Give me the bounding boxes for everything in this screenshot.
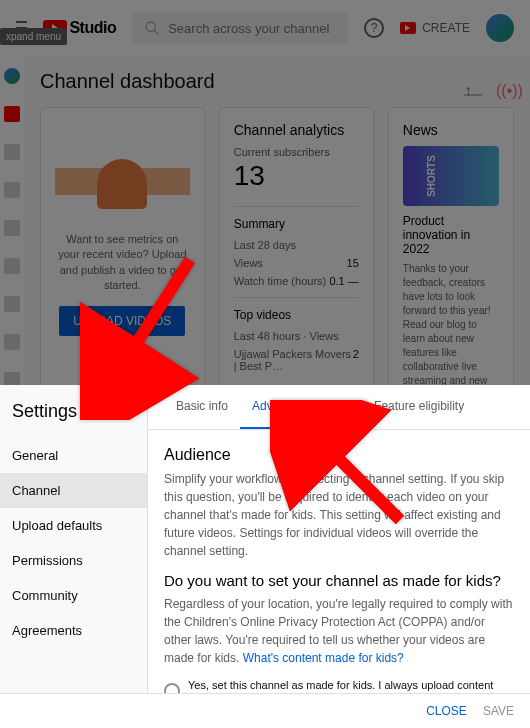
sidebar-item-general[interactable]: General bbox=[0, 438, 147, 473]
modal-footer: CLOSE SAVE bbox=[0, 693, 530, 728]
tab-panel: Audience Simplify your workflow by selec… bbox=[148, 430, 530, 693]
tab-advanced-settings[interactable]: Advanced settings bbox=[240, 385, 362, 429]
radio-yes-row[interactable]: Yes, set this channel as made for kids. … bbox=[164, 679, 514, 693]
tab-basic-info[interactable]: Basic info bbox=[164, 385, 240, 429]
kids-question: Do you want to set your channel as made … bbox=[164, 572, 514, 589]
tab-feature-eligibility[interactable]: Feature eligibility bbox=[362, 385, 476, 429]
settings-title: Settings bbox=[0, 385, 147, 438]
radio-icon bbox=[164, 683, 180, 693]
content-for-kids-link[interactable]: What's content made for kids? bbox=[243, 651, 404, 665]
audience-text: Simplify your workflow by selecting a ch… bbox=[164, 470, 514, 560]
settings-sidebar: Settings General Channel Upload defaults… bbox=[0, 385, 148, 693]
sidebar-item-community[interactable]: Community bbox=[0, 578, 147, 613]
legal-text: Regardless of your location, you're lega… bbox=[164, 595, 514, 667]
settings-content: Basic info Advanced settings Feature eli… bbox=[148, 385, 530, 693]
sidebar-item-upload-defaults[interactable]: Upload defaults bbox=[0, 508, 147, 543]
close-button[interactable]: CLOSE bbox=[426, 704, 467, 718]
audience-title: Audience bbox=[164, 446, 514, 464]
save-button[interactable]: SAVE bbox=[483, 704, 514, 718]
sidebar-item-agreements[interactable]: Agreements bbox=[0, 613, 147, 648]
sidebar-item-permissions[interactable]: Permissions bbox=[0, 543, 147, 578]
sidebar-item-channel[interactable]: Channel bbox=[0, 473, 147, 508]
settings-modal: Settings General Channel Upload defaults… bbox=[0, 385, 530, 728]
settings-tabs: Basic info Advanced settings Feature eli… bbox=[148, 385, 530, 430]
radio-yes-label: Yes, set this channel as made for kids. … bbox=[188, 679, 514, 693]
